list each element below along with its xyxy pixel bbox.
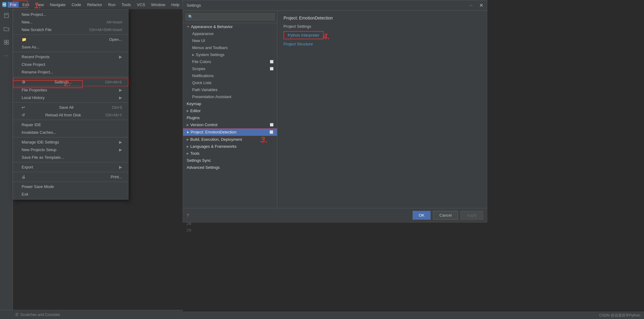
settings-search-input[interactable] bbox=[185, 13, 275, 20]
tree-file-colors[interactable]: File Colors ⬜ bbox=[183, 58, 277, 65]
dialog-action-buttons: OK Cancel Apply bbox=[413, 211, 483, 220]
svg-rect-0 bbox=[4, 13, 9, 18]
project-icon[interactable] bbox=[2, 11, 11, 20]
separator-9 bbox=[13, 182, 128, 182]
cancel-button[interactable]: Cancel bbox=[433, 211, 458, 220]
annotation-2: 2. bbox=[64, 79, 71, 88]
menu-exit[interactable]: Exit bbox=[13, 190, 128, 198]
separator-1 bbox=[13, 34, 128, 35]
settings-right-panel: Project: EmotionDetection Project Settin… bbox=[277, 11, 487, 208]
menu-save-as[interactable]: Save As... bbox=[13, 43, 128, 51]
menu-window[interactable]: Window bbox=[149, 2, 167, 8]
settings-dialog: Settings ← ✕ ▼ Appearance & Behavior App… bbox=[183, 0, 487, 222]
folder-icon[interactable] bbox=[2, 24, 11, 34]
line-number-29: 29 bbox=[183, 228, 195, 232]
separator-4 bbox=[13, 102, 128, 103]
svg-rect-4 bbox=[4, 43, 6, 44]
lang-expand-icon: ▶ bbox=[187, 145, 189, 148]
menu-power-save[interactable]: Power Save Mode bbox=[13, 183, 128, 190]
separator-6 bbox=[13, 137, 128, 137]
menu-print[interactable]: 🖨 Print... bbox=[13, 173, 128, 181]
menu-tools[interactable]: Tools bbox=[119, 2, 133, 8]
annotation-1: 1. bbox=[34, 1, 41, 10]
menu-repair-ide[interactable]: Repair IDE bbox=[13, 121, 128, 129]
search-box bbox=[183, 11, 277, 23]
menu-vcs[interactable]: VCS bbox=[135, 2, 148, 8]
vc-expand-icon: ▶ bbox=[187, 123, 189, 126]
separator-3 bbox=[13, 77, 128, 77]
menu-local-history[interactable]: Local History ▶ bbox=[13, 94, 128, 101]
menu-save-all[interactable]: ↩ Save All Ctrl+S bbox=[13, 104, 128, 111]
menu-new-projects-setup[interactable]: New Projects Setup ▶ bbox=[13, 146, 128, 154]
menu-file[interactable]: File bbox=[8, 2, 19, 8]
menu-open[interactable]: 📁 Open... bbox=[13, 36, 128, 43]
tree-plugins[interactable]: Plugins bbox=[183, 114, 277, 121]
right-panel-title: Project: EmotionDetection bbox=[283, 16, 481, 20]
menu-recent-projects[interactable]: Recent Projects ▶ bbox=[13, 53, 128, 61]
menu-navigate[interactable]: Navigate bbox=[48, 2, 68, 8]
separator-2 bbox=[13, 52, 128, 52]
tree-tools[interactable]: ▶ Tools bbox=[183, 150, 277, 157]
annotation-4: 4. bbox=[323, 32, 330, 41]
menu-new[interactable]: New... Alt+Insert bbox=[13, 18, 128, 26]
dialog-bottom-bar: ? OK Cancel Apply bbox=[183, 208, 487, 222]
tree-advanced-settings[interactable]: Advanced Settings bbox=[183, 164, 277, 171]
tree-appearance[interactable]: Appearance bbox=[183, 30, 277, 37]
tree-notifications[interactable]: Notifications bbox=[183, 72, 277, 79]
tools-expand-icon: ▶ bbox=[187, 152, 189, 155]
file-colors-icon: ⬜ bbox=[270, 60, 273, 63]
scratches-panel[interactable]: ☰ Scratches and Consoles bbox=[0, 310, 183, 319]
menu-export[interactable]: Export ▶ bbox=[13, 163, 128, 171]
menu-reload-all[interactable]: ↺ Reload All from Disk Ctrl+Alt+Y bbox=[13, 111, 128, 119]
menu-invalidate-caches[interactable]: Invalidate Caches... bbox=[13, 129, 128, 136]
ok-button[interactable]: OK bbox=[413, 211, 431, 220]
dialog-title-bar: Settings ← ✕ bbox=[183, 0, 487, 11]
svg-rect-3 bbox=[7, 40, 9, 42]
menu-help[interactable]: Help bbox=[169, 2, 182, 8]
more-icon[interactable]: ··· bbox=[2, 51, 11, 61]
dialog-title: Settings bbox=[187, 3, 201, 8]
dialog-close-button[interactable]: ✕ bbox=[479, 2, 483, 8]
editor-area: 27 print("脚本运行出错。") 28 29 bbox=[183, 213, 644, 319]
menu-manage-ide-settings[interactable]: Manage IDE Settings ▶ bbox=[13, 138, 128, 146]
tree-menus-toolbars[interactable]: Menus and Toolbars bbox=[183, 44, 277, 51]
menu-new-project[interactable]: New Project... bbox=[13, 11, 128, 18]
tree-path-variables[interactable]: Path Variables bbox=[183, 86, 277, 93]
tree-version-control[interactable]: ▶ Version Control ⬜ bbox=[183, 121, 277, 128]
svg-rect-2 bbox=[4, 40, 6, 42]
menu-new-scratch[interactable]: New Scratch File Ctrl+Alt+Shift+Insert bbox=[13, 26, 128, 34]
separator-8 bbox=[13, 172, 128, 172]
dialog-nav: ← bbox=[467, 2, 476, 9]
python-interpreter-button[interactable]: Python Interpreter bbox=[283, 31, 324, 39]
menu-rename-project[interactable]: Rename Project... bbox=[13, 68, 128, 76]
tree-appearance-behavior[interactable]: ▼ Appearance & Behavior bbox=[183, 23, 277, 30]
system-expand-icon: ▶ bbox=[192, 53, 195, 56]
tree-editor[interactable]: ▶ Editor bbox=[183, 107, 277, 114]
tree-presentation-assistant[interactable]: Presentation Assistant bbox=[183, 93, 277, 100]
project-structure-link[interactable]: Project Structure bbox=[283, 41, 481, 47]
status-bar: CSDN @远遥班学Python bbox=[183, 312, 644, 319]
plugins-icon[interactable] bbox=[2, 37, 11, 47]
tree-system-settings[interactable]: ▶ System Settings bbox=[183, 51, 277, 58]
tree-new-ui[interactable]: New UI bbox=[183, 37, 277, 44]
dialog-content: ▼ Appearance & Behavior Appearance New U… bbox=[183, 11, 487, 208]
menu-edit[interactable]: Edit bbox=[20, 2, 31, 8]
tree-settings-sync[interactable]: Settings Sync bbox=[183, 157, 277, 164]
menu-close-project[interactable]: Close Project bbox=[13, 61, 128, 68]
scopes-icon: ⬜ bbox=[270, 67, 273, 70]
separator-5 bbox=[13, 120, 128, 120]
menu-code[interactable]: Code bbox=[69, 2, 83, 8]
tree-quick-lists[interactable]: Quick Lists bbox=[183, 79, 277, 86]
menu-run[interactable]: Run bbox=[106, 2, 118, 8]
nav-back-button[interactable]: ← bbox=[467, 2, 476, 9]
status-text: CSDN @远遥班学Python bbox=[599, 313, 640, 318]
tree-scopes[interactable]: Scopes ⬜ bbox=[183, 65, 277, 72]
project-settings-label: Project Settings bbox=[283, 24, 481, 29]
help-icon[interactable]: ? bbox=[187, 213, 189, 218]
tree-keymap[interactable]: Keymap bbox=[183, 100, 277, 107]
menu-refactor[interactable]: Refactor bbox=[85, 2, 104, 8]
menu-save-file-template[interactable]: Save File as Template... bbox=[13, 154, 128, 161]
apply-button[interactable]: Apply bbox=[460, 211, 483, 220]
vc-icon: ⬜ bbox=[270, 123, 273, 126]
menu-bar: PC File Edit View Navigate Code Refactor… bbox=[0, 0, 183, 9]
